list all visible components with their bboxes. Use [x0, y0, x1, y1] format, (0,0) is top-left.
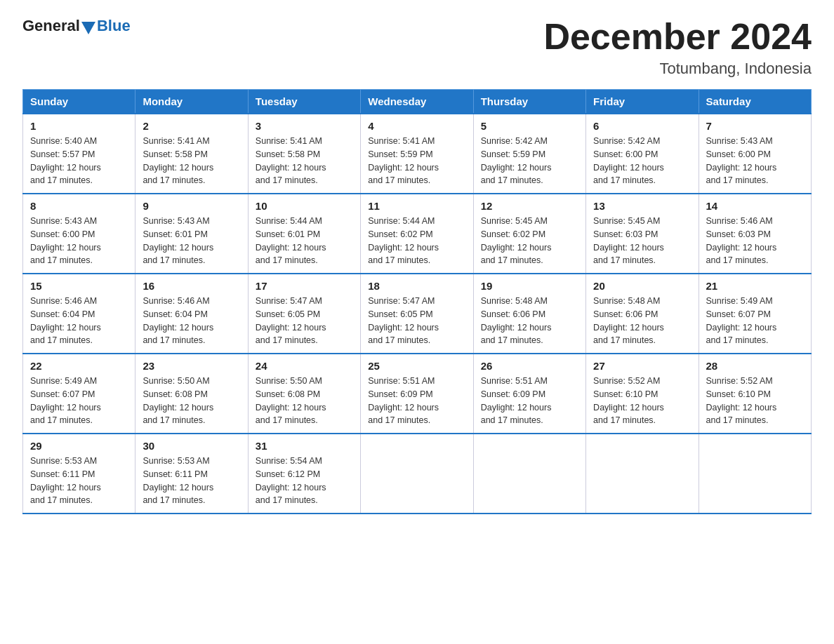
calendar-week-row-5: 29 Sunrise: 5:53 AM Sunset: 6:11 PM Dayl… [23, 434, 812, 514]
day-info: Sunrise: 5:48 AM Sunset: 6:06 PM Dayligh… [593, 295, 691, 347]
day-number: 2 [143, 120, 240, 132]
day-info: Sunrise: 5:45 AM Sunset: 6:03 PM Dayligh… [593, 215, 691, 267]
day-number: 25 [368, 360, 465, 372]
day-number: 10 [256, 200, 353, 212]
day-info: Sunrise: 5:43 AM Sunset: 6:00 PM Dayligh… [706, 135, 804, 187]
calendar-week-row-4: 22 Sunrise: 5:49 AM Sunset: 6:07 PM Dayl… [23, 354, 812, 434]
day-number: 6 [593, 120, 691, 132]
logo-triangle-icon [81, 22, 95, 34]
day-number: 21 [706, 280, 804, 292]
day-info: Sunrise: 5:44 AM Sunset: 6:02 PM Dayligh… [368, 215, 465, 267]
calendar-cell: 16 Sunrise: 5:46 AM Sunset: 6:04 PM Dayl… [135, 274, 248, 354]
page-header: General Blue December 2024 Totumbang, In… [22, 17, 812, 78]
day-info: Sunrise: 5:46 AM Sunset: 6:04 PM Dayligh… [30, 295, 128, 347]
calendar-cell: 27 Sunrise: 5:52 AM Sunset: 6:10 PM Dayl… [586, 354, 699, 434]
day-info: Sunrise: 5:48 AM Sunset: 6:06 PM Dayligh… [481, 295, 578, 347]
day-number: 27 [593, 360, 691, 372]
calendar-cell: 23 Sunrise: 5:50 AM Sunset: 6:08 PM Dayl… [135, 354, 248, 434]
logo-general-text: General [22, 17, 80, 35]
calendar-header-row: Sunday Monday Tuesday Wednesday Thursday… [23, 90, 812, 114]
logo-blue-text: Blue [97, 17, 131, 35]
day-number: 28 [706, 360, 804, 372]
calendar-cell: 13 Sunrise: 5:45 AM Sunset: 6:03 PM Dayl… [586, 194, 699, 274]
day-number: 9 [143, 200, 240, 212]
col-saturday: Saturday [699, 90, 811, 114]
calendar-cell: 25 Sunrise: 5:51 AM Sunset: 6:09 PM Dayl… [361, 354, 473, 434]
day-number: 14 [706, 200, 804, 212]
day-number: 4 [368, 120, 465, 132]
day-number: 17 [256, 280, 353, 292]
calendar-cell [361, 434, 473, 514]
day-info: Sunrise: 5:50 AM Sunset: 6:08 PM Dayligh… [143, 375, 240, 427]
calendar-cell: 2 Sunrise: 5:41 AM Sunset: 5:58 PM Dayli… [135, 114, 248, 194]
calendar-cell: 17 Sunrise: 5:47 AM Sunset: 6:05 PM Dayl… [248, 274, 360, 354]
day-info: Sunrise: 5:42 AM Sunset: 6:00 PM Dayligh… [593, 135, 691, 187]
day-number: 29 [30, 440, 128, 452]
calendar-cell: 8 Sunrise: 5:43 AM Sunset: 6:00 PM Dayli… [23, 194, 135, 274]
day-info: Sunrise: 5:43 AM Sunset: 6:00 PM Dayligh… [30, 215, 128, 267]
col-friday: Friday [586, 90, 699, 114]
day-info: Sunrise: 5:46 AM Sunset: 6:03 PM Dayligh… [706, 215, 804, 267]
day-info: Sunrise: 5:42 AM Sunset: 5:59 PM Dayligh… [481, 135, 578, 187]
day-number: 5 [481, 120, 578, 132]
logo: General Blue [22, 17, 131, 35]
calendar-cell: 7 Sunrise: 5:43 AM Sunset: 6:00 PM Dayli… [699, 114, 811, 194]
day-info: Sunrise: 5:44 AM Sunset: 6:01 PM Dayligh… [256, 215, 353, 267]
calendar-cell [473, 434, 585, 514]
day-info: Sunrise: 5:40 AM Sunset: 5:57 PM Dayligh… [30, 135, 128, 187]
calendar-cell: 31 Sunrise: 5:54 AM Sunset: 6:12 PM Dayl… [248, 434, 360, 514]
calendar-cell: 14 Sunrise: 5:46 AM Sunset: 6:03 PM Dayl… [699, 194, 811, 274]
day-info: Sunrise: 5:41 AM Sunset: 5:58 PM Dayligh… [143, 135, 240, 187]
calendar-cell: 19 Sunrise: 5:48 AM Sunset: 6:06 PM Dayl… [473, 274, 585, 354]
calendar-cell: 26 Sunrise: 5:51 AM Sunset: 6:09 PM Dayl… [473, 354, 585, 434]
col-sunday: Sunday [23, 90, 135, 114]
day-number: 31 [256, 440, 353, 452]
day-number: 20 [593, 280, 691, 292]
day-number: 22 [30, 360, 128, 372]
day-number: 30 [143, 440, 240, 452]
day-info: Sunrise: 5:51 AM Sunset: 6:09 PM Dayligh… [481, 375, 578, 427]
location-text: Totumbang, Indonesia [543, 60, 812, 78]
day-number: 3 [256, 120, 353, 132]
calendar-cell: 30 Sunrise: 5:53 AM Sunset: 6:11 PM Dayl… [135, 434, 248, 514]
day-info: Sunrise: 5:47 AM Sunset: 6:05 PM Dayligh… [256, 295, 353, 347]
day-number: 19 [481, 280, 578, 292]
calendar-cell: 9 Sunrise: 5:43 AM Sunset: 6:01 PM Dayli… [135, 194, 248, 274]
col-thursday: Thursday [473, 90, 585, 114]
calendar-cell: 1 Sunrise: 5:40 AM Sunset: 5:57 PM Dayli… [23, 114, 135, 194]
title-block: December 2024 Totumbang, Indonesia [543, 17, 812, 78]
day-info: Sunrise: 5:54 AM Sunset: 6:12 PM Dayligh… [256, 455, 353, 507]
day-info: Sunrise: 5:53 AM Sunset: 6:11 PM Dayligh… [30, 455, 128, 507]
day-info: Sunrise: 5:51 AM Sunset: 6:09 PM Dayligh… [368, 375, 465, 427]
calendar-cell: 3 Sunrise: 5:41 AM Sunset: 5:58 PM Dayli… [248, 114, 360, 194]
col-wednesday: Wednesday [361, 90, 473, 114]
calendar-cell: 22 Sunrise: 5:49 AM Sunset: 6:07 PM Dayl… [23, 354, 135, 434]
calendar-cell: 10 Sunrise: 5:44 AM Sunset: 6:01 PM Dayl… [248, 194, 360, 274]
calendar-cell: 15 Sunrise: 5:46 AM Sunset: 6:04 PM Dayl… [23, 274, 135, 354]
day-number: 23 [143, 360, 240, 372]
day-info: Sunrise: 5:49 AM Sunset: 6:07 PM Dayligh… [30, 375, 128, 427]
calendar-cell: 20 Sunrise: 5:48 AM Sunset: 6:06 PM Dayl… [586, 274, 699, 354]
day-info: Sunrise: 5:46 AM Sunset: 6:04 PM Dayligh… [143, 295, 240, 347]
day-info: Sunrise: 5:52 AM Sunset: 6:10 PM Dayligh… [593, 375, 691, 427]
day-info: Sunrise: 5:43 AM Sunset: 6:01 PM Dayligh… [143, 215, 240, 267]
calendar-cell: 4 Sunrise: 5:41 AM Sunset: 5:59 PM Dayli… [361, 114, 473, 194]
day-info: Sunrise: 5:53 AM Sunset: 6:11 PM Dayligh… [143, 455, 240, 507]
day-number: 11 [368, 200, 465, 212]
day-info: Sunrise: 5:50 AM Sunset: 6:08 PM Dayligh… [256, 375, 353, 427]
day-number: 18 [368, 280, 465, 292]
day-number: 16 [143, 280, 240, 292]
calendar-week-row-2: 8 Sunrise: 5:43 AM Sunset: 6:00 PM Dayli… [23, 194, 812, 274]
day-number: 7 [706, 120, 804, 132]
calendar-cell: 29 Sunrise: 5:53 AM Sunset: 6:11 PM Dayl… [23, 434, 135, 514]
calendar-week-row-1: 1 Sunrise: 5:40 AM Sunset: 5:57 PM Dayli… [23, 114, 812, 194]
day-info: Sunrise: 5:41 AM Sunset: 5:59 PM Dayligh… [368, 135, 465, 187]
day-info: Sunrise: 5:47 AM Sunset: 6:05 PM Dayligh… [368, 295, 465, 347]
day-number: 24 [256, 360, 353, 372]
day-number: 12 [481, 200, 578, 212]
calendar-cell: 24 Sunrise: 5:50 AM Sunset: 6:08 PM Dayl… [248, 354, 360, 434]
day-number: 13 [593, 200, 691, 212]
calendar-week-row-3: 15 Sunrise: 5:46 AM Sunset: 6:04 PM Dayl… [23, 274, 812, 354]
calendar-cell: 12 Sunrise: 5:45 AM Sunset: 6:02 PM Dayl… [473, 194, 585, 274]
calendar-table: Sunday Monday Tuesday Wednesday Thursday… [22, 89, 812, 514]
